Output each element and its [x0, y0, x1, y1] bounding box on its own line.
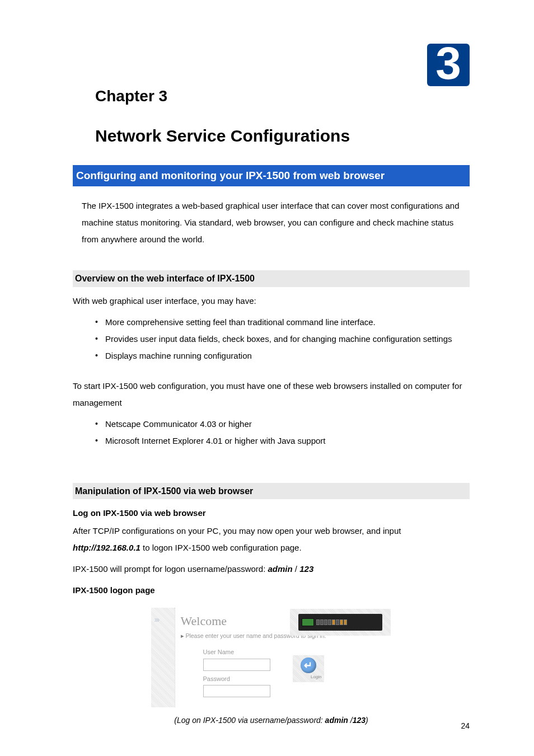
login-url: http://192.168.0.1 — [73, 543, 140, 552]
text: After TCP/IP configurations on your PC, … — [73, 526, 401, 536]
cred-pass: 123 — [299, 564, 313, 574]
username-label: User Name — [203, 647, 270, 658]
enter-icon: ↵ — [301, 658, 316, 673]
device-icon — [298, 614, 382, 631]
section2-heading: Manipulation of IPX-1500 via web browser — [73, 483, 470, 500]
login-button[interactable]: ↵ Login — [293, 655, 324, 682]
text: / — [348, 716, 353, 725]
page-number: 24 — [461, 720, 470, 732]
text: ) — [366, 716, 368, 725]
text: (Log on IPX-1500 via username/password: — [174, 716, 325, 725]
device-image — [290, 609, 391, 636]
login-screenshot: ››› Welcome ▸ Please enter your user nam… — [151, 608, 392, 707]
section-bar: Configuring and monitoring your IPX-1500… — [73, 165, 470, 186]
list-item: Microsoft Internet Explorer 4.01 or high… — [95, 433, 470, 449]
caption-user: admin — [325, 716, 348, 725]
section2-p1: After TCP/IP configurations on your PC, … — [73, 523, 470, 556]
cred-user: admin — [268, 564, 293, 574]
list-item: Displays machine running configuration — [95, 348, 470, 364]
list-item: Provides user input data fields, check b… — [95, 331, 470, 348]
text: / — [293, 564, 300, 574]
list-item: More comprehensive setting feel than tra… — [95, 314, 470, 331]
arrows-icon: ››› — [154, 613, 159, 626]
text: IPX-1500 will prompt for logon username/… — [73, 564, 268, 574]
text: to logon IPX-1500 web configuration page… — [140, 543, 302, 552]
list-item: Netscape Communicator 4.03 or higher — [95, 416, 470, 433]
section1-list: More comprehensive setting feel than tra… — [95, 314, 470, 364]
intro-paragraph: The IPX-1500 integrates a web-based grap… — [82, 198, 470, 248]
password-input[interactable] — [203, 685, 270, 697]
chapter-label: Chapter 3 — [95, 84, 470, 109]
section1-tail: To start IPX-1500 web configuration, you… — [73, 378, 470, 411]
page-title: Network Service Configurations — [95, 123, 470, 149]
caption-pass: 123 — [353, 716, 366, 725]
password-label: Password — [203, 674, 270, 684]
login-decor-left: ››› — [151, 608, 175, 707]
username-input[interactable] — [203, 659, 270, 671]
section1-list2: Netscape Communicator 4.03 or higher Mic… — [95, 416, 470, 449]
section2-sub: Log on IPX-1500 via web browser — [73, 505, 470, 522]
triangle-icon: ▸ — [181, 632, 184, 639]
chapter-badge: 3 — [427, 44, 470, 86]
section2-p2: IPX-1500 will prompt for logon username/… — [73, 561, 470, 577]
section1-heading: Overview on the web interface of IPX-150… — [73, 270, 470, 287]
figure-caption: (Log on IPX-1500 via username/password: … — [73, 714, 470, 726]
login-form: User Name Password — [203, 647, 270, 701]
section2-sub2: IPX-1500 logon page — [73, 582, 470, 599]
section1-lead: With web graphical user interface, you m… — [73, 293, 470, 309]
login-button-label: Login — [311, 674, 322, 681]
